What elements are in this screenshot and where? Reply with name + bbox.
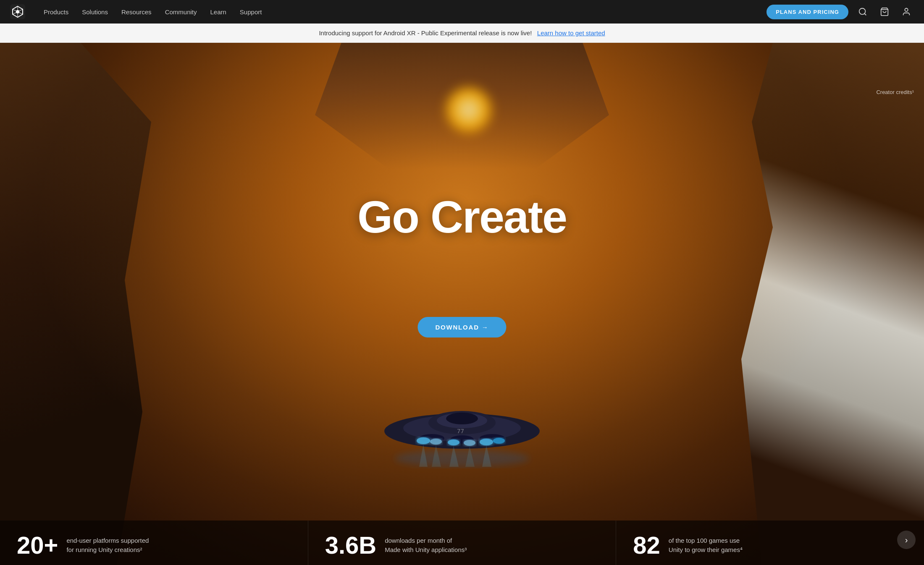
- svg-point-5: [395, 450, 529, 467]
- svg-point-1: [16, 10, 19, 13]
- cart-button[interactable]: [877, 4, 892, 19]
- announcement-text: Introducing support for Android XR - Pub…: [319, 29, 532, 37]
- search-icon: [858, 7, 867, 16]
- svg-point-17: [464, 440, 475, 446]
- nav-menu: Products Solutions Resources Community L…: [39, 5, 766, 19]
- download-button[interactable]: DOWNLOAD →: [417, 317, 506, 337]
- navbar-actions: PLANS AND PRICING: [766, 4, 914, 19]
- spaceship-svg: 77: [361, 366, 563, 475]
- stat-number-2: 82: [633, 533, 660, 557]
- account-button[interactable]: [899, 4, 914, 19]
- stats-bar: 20+ end-user platforms supported for run…: [0, 521, 924, 565]
- account-icon: [902, 7, 911, 16]
- svg-text:77: 77: [457, 428, 464, 434]
- stat-desc-0: end-user platforms supported for running…: [66, 536, 150, 555]
- nav-item-solutions[interactable]: Solutions: [77, 5, 113, 19]
- nav-item-support[interactable]: Support: [235, 5, 267, 19]
- stat-item-0: 20+ end-user platforms supported for run…: [0, 521, 308, 565]
- stat-item-2: 82 of the top 100 games use Unity to gro…: [616, 521, 924, 565]
- navbar: Products Solutions Resources Community L…: [0, 0, 924, 24]
- svg-point-18: [480, 439, 493, 445]
- plans-pricing-button[interactable]: PLANS AND PRICING: [766, 5, 848, 19]
- spaceship-illustration: 77: [361, 366, 563, 475]
- hero-overlay: [0, 43, 924, 565]
- svg-point-4: [905, 8, 908, 11]
- svg-point-19: [493, 438, 505, 444]
- nav-item-community[interactable]: Community: [160, 5, 202, 19]
- unity-logo[interactable]: [10, 4, 25, 19]
- announcement-link[interactable]: Learn how to get started: [537, 29, 605, 37]
- stat-desc-1: downloads per month of Made with Unity a…: [385, 536, 469, 555]
- nav-item-learn[interactable]: Learn: [205, 5, 231, 19]
- scroll-hint[interactable]: ›: [897, 531, 916, 549]
- nav-item-resources[interactable]: Resources: [116, 5, 157, 19]
- announcement-bar: Introducing support for Android XR - Pub…: [0, 24, 924, 43]
- stat-desc-2: of the top 100 games use Unity to grow t…: [669, 536, 753, 555]
- svg-point-15: [430, 439, 442, 445]
- search-button[interactable]: [855, 4, 870, 19]
- hero-section: Creator credits¹ Go Create DOWNLOAD →: [0, 43, 924, 565]
- svg-point-16: [448, 439, 459, 445]
- creator-credits: Creator credits¹: [876, 89, 914, 95]
- stat-number-0: 20+: [17, 533, 58, 557]
- hero-title: Go Create: [357, 191, 567, 243]
- svg-point-2: [859, 8, 866, 15]
- svg-point-10: [446, 413, 478, 424]
- svg-point-14: [417, 437, 430, 444]
- nav-item-products[interactable]: Products: [39, 5, 74, 19]
- cart-icon: [880, 7, 889, 16]
- stat-number-1: 3.6B: [325, 533, 377, 557]
- stat-item-1: 3.6B downloads per month of Made with Un…: [308, 521, 617, 565]
